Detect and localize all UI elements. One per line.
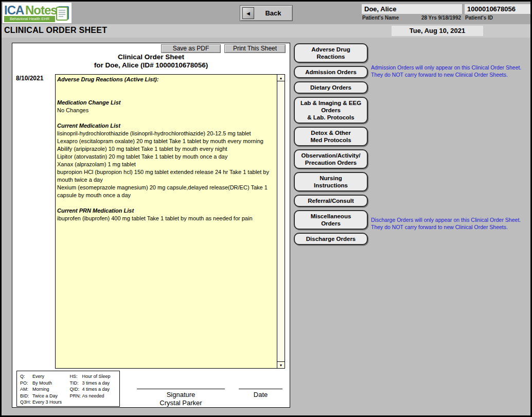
sidebar-button-lab-imaging-eeg-orders[interactable]: Lab & Imaging & EEG Orders & Lab. Protoc… [294,97,368,124]
patient-id-field: 1000010678056 [465,4,530,14]
scroll-down-button[interactable]: ▼ [277,361,285,368]
print-this-sheet-button[interactable]: Print This Sheet [224,44,286,53]
sidebar-button-referral-consult[interactable]: Referral/Consult [294,195,368,207]
legend-row: QID:4 times a day [70,386,120,393]
order-text-area[interactable]: Adverse Drug Reactions (Active List):Med… [55,74,285,369]
legend-column-1: Q:EveryPO:By MouthAM:MorningBID:Twice a … [20,373,70,406]
vertical-scrollbar[interactable]: ▲ ▼ [277,75,285,368]
order-text-line [57,199,275,207]
order-text-line: ibuprofen (ibuprofen) 400 mg tablet Take… [57,215,275,222]
back-arrow-icon: ◄ [242,7,254,19]
sidebar-button-discharge-orders[interactable]: Discharge Orders [294,233,368,245]
sidebar-button-admission-orders[interactable]: Admission Orders [294,66,368,78]
visit-date-box: Tue, Aug 10, 2021 [392,26,483,36]
back-button-label: Back [254,9,292,17]
document-panel: Save as PDF Print This Sheet Clinical Or… [12,43,290,408]
order-text-line: Current PRN Medication List [57,207,275,215]
legend-row: Q:Every [20,373,70,380]
top-bar: ICA Notes Behavioral Health EHR ◄ Back D… [2,2,530,24]
order-text-line: Adverse Drug Reactions (Active List): [57,76,275,83]
save-as-pdf-button[interactable]: Save as PDF [161,44,221,53]
sidebar-button-detox-other-med-protocols[interactable]: Detox & Other Med Protocols [294,127,368,146]
date-label: Date [239,391,282,398]
legend-row: AM:Morning [20,386,70,393]
legend-row: Q3H:Every 3 Hours [20,399,70,406]
document-title: Clinical Order Sheet [12,53,290,61]
page-title: CLINICAL ORDER SHEET [4,26,107,35]
order-text-line: Medication Change List [57,99,275,107]
legend-box: Q:EveryPO:By MouthAM:MorningBID:Twice a … [16,371,120,407]
scroll-up-button[interactable]: ▲ [277,75,285,81]
logo-tagline: Behavioral Health EHR [4,16,55,22]
legend-column-2: HS:Hour of SleepTID:3 times a dayQID:4 t… [70,373,120,406]
legend-row: PO:By Mouth [20,380,70,387]
order-text-line: bupropion HCl (bupropion hcl) 150 mg tab… [57,168,275,184]
order-text[interactable]: Adverse Drug Reactions (Active List):Med… [57,76,275,367]
signature-label: Signature [137,391,225,398]
order-text-line [57,91,275,99]
order-text-line: Lipitor (atorvastatin) 20 mg tablet Take… [57,153,275,161]
notes-document-icon [55,5,70,23]
sidebar-button-miscellaneous-orders[interactable]: Miscellaneous Orders [294,210,368,230]
document-subtitle: for Doe, Alice (ID# 1000010678056) [12,61,290,69]
legend-row: BID:Twice a Day [20,393,70,399]
discharge-orders-note: Discharge Orders will only appear on thi… [371,216,521,231]
order-text-line: Abilify (aripiprazole) 10 mg tablet Take… [57,145,275,153]
order-text-line [57,83,275,91]
order-text-line [57,114,275,122]
signature-name: Crystal Parker [137,399,225,407]
order-text-line: No Changes [57,107,275,114]
patient-id-label: Patient's ID [465,15,493,21]
legend-row: PRN:As needed [70,393,120,399]
sidebar: Adverse Drug ReactionsAdmission OrdersDi… [294,43,368,248]
sidebar-button-nursing-instructions[interactable]: Nursing Instructions [294,172,368,192]
icanotes-logo: ICA Notes Behavioral Health EHR [3,3,72,23]
admission-orders-note: Admission Orders will only appear on thi… [371,64,521,78]
signature-line [137,389,225,389]
page: ICA Notes Behavioral Health EHR ◄ Back D… [2,2,530,415]
logo-ica-text: ICA [4,3,24,18]
order-text-line: Lexapro (escitalopram oxalate) 20 mg tab… [57,137,275,145]
back-button[interactable]: ◄ Back [240,5,293,21]
order-text-line: lisinopril-hydrochlorothiazide (lisinopr… [57,130,275,137]
sidebar-button-dietary-orders[interactable]: Dietary Orders [294,81,368,94]
legend-row: HS:Hour of Sleep [70,373,120,380]
order-text-line: Xanax (alprazolam) 1 mg tablet [57,161,275,168]
date-line [239,389,282,389]
patient-age-dob: 28 Yrs 9/18/1992 [362,15,461,21]
sidebar-button-adverse-drug-reactions[interactable]: Adverse Drug Reactions [294,43,368,63]
entry-date: 8/10/2021 [16,75,43,82]
legend-row: TID:3 times a day [70,380,120,387]
order-text-line: Current Medication List [57,122,275,130]
order-text-line: Nexium (esomeprazole magnesium) 20 mg ca… [57,184,275,199]
logo-notes-text: Notes [25,3,57,18]
sidebar-button-observation-activity-precaution-orders[interactable]: Observation/Activity/ Precaution Orders [294,149,368,169]
patient-name-field: Doe, Alice [362,4,462,14]
